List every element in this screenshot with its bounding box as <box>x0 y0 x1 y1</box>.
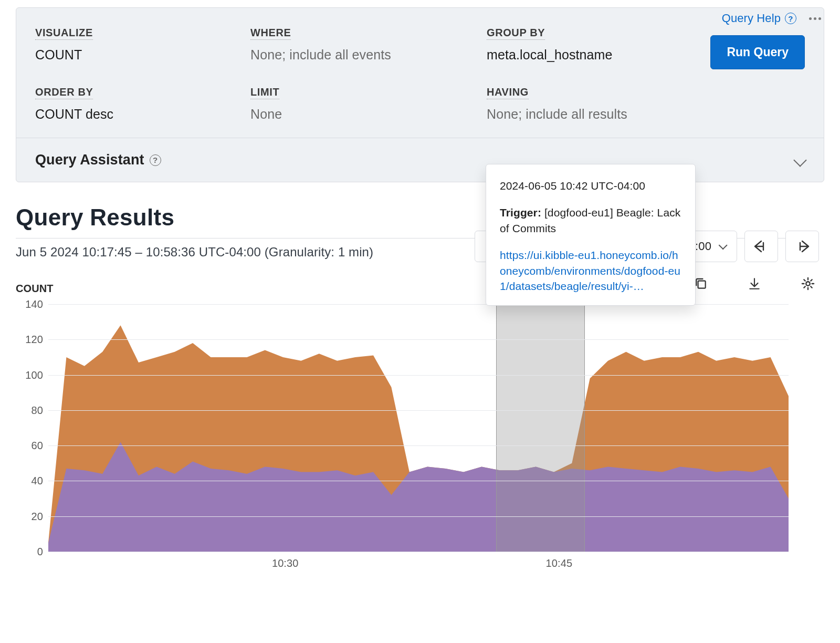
chart-gridline <box>48 339 789 340</box>
chart-ytick: 120 <box>16 334 43 346</box>
svg-point-1 <box>806 282 810 285</box>
chart-ytick: 0 <box>16 546 43 558</box>
where-label: WHERE <box>250 27 291 40</box>
visualize-label: VISUALIZE <box>35 27 93 40</box>
groupby-field[interactable]: GROUP BY meta.local_hostname <box>487 26 689 63</box>
gear-icon <box>801 276 815 291</box>
query-assistant-toggle[interactable]: Query Assistant ? <box>16 138 824 182</box>
groupby-label: GROUP BY <box>487 27 545 40</box>
chevron-down-icon <box>793 153 806 167</box>
tooltip-link[interactable]: https://ui.kibble-eu1.honeycomb.io/honey… <box>500 247 681 294</box>
chart-gridline <box>48 516 789 517</box>
chart-ytick: 80 <box>16 404 43 416</box>
limit-field[interactable]: LIMIT None <box>250 85 481 122</box>
limit-label: LIMIT <box>250 86 279 99</box>
arrow-left-icon <box>754 240 769 253</box>
chart-ytick: 20 <box>16 510 43 522</box>
chart-ytick: 40 <box>16 475 43 487</box>
chart-gridline <box>48 552 789 552</box>
chart-series-purple <box>48 304 789 552</box>
arrow-right-icon <box>795 240 810 253</box>
visualize-field[interactable]: VISUALIZE COUNT <box>35 26 245 63</box>
chart-highlight-region <box>496 304 585 552</box>
chart-tooltip: 2024-06-05 10:42 UTC-04:00 Trigger: [dog… <box>486 164 696 306</box>
chart-ytick: 100 <box>16 369 43 381</box>
where-field[interactable]: WHERE None; include all events <box>250 26 481 63</box>
chart-gridline <box>48 445 789 446</box>
having-field[interactable]: HAVING None; include all results <box>487 85 689 122</box>
where-value: None; include all events <box>250 47 481 63</box>
prev-time-button[interactable] <box>744 231 778 262</box>
query-results-section: Query Results Jun 5 10:17:45 - Jun 5 10:… <box>16 204 840 552</box>
tooltip-timestamp: 2024-06-05 10:42 UTC-04:00 <box>500 178 681 193</box>
query-assistant-label: Query Assistant <box>35 152 144 168</box>
query-builder-panel: Query Help ? VISUALIZE COUNT WHERE None;… <box>16 7 824 182</box>
tooltip-trigger: Trigger: [dogfood-eu1] Beagle: Lack of C… <box>500 205 681 236</box>
run-query-button[interactable]: Run Query <box>710 35 805 69</box>
having-label: HAVING <box>487 86 529 99</box>
chevron-down-icon <box>719 241 728 250</box>
tooltip-trigger-label: Trigger: <box>500 206 541 219</box>
orderby-value: COUNT desc <box>35 107 245 122</box>
visualize-value: COUNT <box>35 47 245 63</box>
groupby-value: meta.local_hostname <box>487 47 689 63</box>
next-time-button[interactable] <box>785 231 819 262</box>
orderby-field[interactable]: ORDER BY COUNT desc <box>35 85 245 122</box>
settings-button[interactable] <box>797 273 819 295</box>
chart-gridline <box>48 375 789 376</box>
chart-xtick: 10:45 <box>546 557 573 569</box>
chart-gridline <box>48 481 789 481</box>
limit-value: None <box>250 107 481 122</box>
chart[interactable]: COUNT 02040608010012014010:3010:45 <box>16 283 789 552</box>
chart-ytick: 140 <box>16 298 43 310</box>
chart-xtick: 10:30 <box>272 557 299 569</box>
chart-ytick: 60 <box>16 440 43 452</box>
chart-gridline <box>48 410 789 411</box>
having-value: None; include all results <box>487 107 689 122</box>
help-icon: ? <box>150 154 161 166</box>
orderby-label: ORDER BY <box>35 86 93 99</box>
results-title: Query Results <box>16 204 840 231</box>
